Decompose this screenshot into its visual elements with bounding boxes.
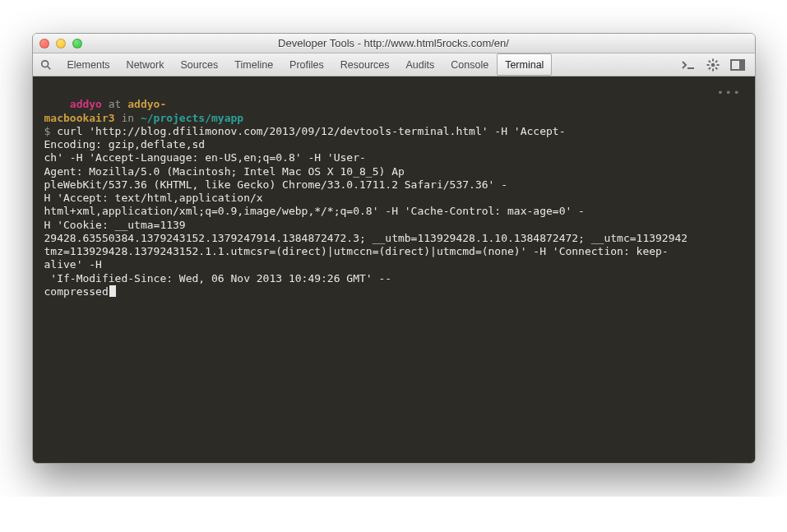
terminal-line: H 'Accept: text/html,application/x (44, 192, 263, 204)
terminal-line: 29428.63550384.1379243152.1379247914.138… (44, 232, 688, 244)
terminal-host: addyo- (127, 98, 166, 110)
search-icon[interactable] (38, 59, 54, 71)
terminal-menu-dots-icon[interactable]: ••• (717, 86, 741, 99)
terminal-user: addyo (70, 98, 102, 110)
tab-label: Timeline (234, 59, 273, 71)
terminal-line: 'If-Modified-Since: Wed, 06 Nov 2013 10:… (44, 272, 392, 285)
show-console-icon[interactable] (681, 58, 696, 72)
tab-elements[interactable]: Elements (59, 53, 118, 76)
terminal-line: Encoding: gzip,deflate,sd (44, 138, 206, 150)
terminal-path: ~/projects/myapp (141, 112, 243, 124)
svg-line-1 (48, 67, 50, 69)
toolbar-right-icons (681, 58, 750, 72)
tab-console[interactable]: Console (442, 53, 497, 76)
terminal-line: tmz=113929428.1379243152.1.1.utmcsr=(dir… (44, 245, 669, 257)
terminal-line: compressed (44, 285, 109, 298)
close-window-button[interactable] (39, 39, 49, 49)
terminal-line: pleWebKit/537.36 (KHTML, like Gecko) Chr… (44, 178, 508, 191)
svg-point-3 (711, 62, 715, 67)
minimize-window-button[interactable] (56, 39, 66, 49)
terminal-line: Agent: Mozilla/5.0 (Macintosh; Intel Mac… (44, 165, 405, 178)
svg-line-11 (715, 60, 717, 62)
tab-label: Sources (180, 59, 218, 71)
devtools-toolbar: Elements Network Sources Timeline Profil… (33, 53, 755, 76)
terminal-host-cont: macbookair3 (44, 112, 115, 124)
svg-line-10 (708, 67, 710, 69)
tab-resources[interactable]: Resources (332, 53, 398, 76)
tab-label: Console (451, 59, 488, 71)
terminal-prompt: $ (44, 125, 58, 137)
tab-label: Resources (340, 59, 390, 71)
tab-terminal[interactable]: Terminal (497, 53, 552, 76)
traffic-lights (39, 39, 82, 49)
tab-label: Profiles (289, 59, 324, 71)
svg-rect-13 (739, 60, 744, 70)
tab-profiles[interactable]: Profiles (281, 53, 332, 76)
terminal-line: H 'Cookie: __utma=1139 (44, 219, 186, 231)
terminal-panel[interactable]: •••addyo at addyo- macbookair3 in ~/proj… (33, 76, 755, 463)
zoom-window-button[interactable] (72, 39, 82, 49)
tab-sources[interactable]: Sources (172, 53, 226, 76)
svg-line-9 (715, 67, 717, 69)
terminal-line: ch' -H 'Accept-Language: en-US,en;q=0.8'… (44, 151, 366, 164)
dock-side-icon[interactable] (730, 58, 745, 72)
terminal-line: alive' -H (44, 258, 102, 271)
tab-label: Terminal (505, 59, 544, 71)
tab-network[interactable]: Network (118, 53, 173, 76)
settings-gear-icon[interactable] (706, 58, 720, 72)
tab-timeline[interactable]: Timeline (226, 53, 281, 76)
tab-audits[interactable]: Audits (398, 53, 443, 76)
terminal-line: curl 'http://blog.dfilimonov.com/2013/09… (57, 125, 565, 137)
window-title: Developer Tools - http://www.html5rocks.… (33, 37, 755, 49)
terminal-line: html+xml,application/xml;q=0.9,image/web… (44, 205, 585, 217)
tab-label: Elements (67, 59, 110, 71)
terminal-cursor (109, 285, 116, 297)
terminal-at: at (102, 98, 127, 110)
devtools-window: Developer Tools - http://www.html5rocks.… (32, 33, 756, 464)
terminal-in: in (115, 112, 141, 124)
svg-point-0 (41, 60, 48, 67)
titlebar: Developer Tools - http://www.html5rocks.… (33, 34, 755, 53)
svg-line-8 (708, 60, 710, 62)
tab-label: Audits (406, 59, 435, 71)
tab-label: Network (127, 59, 164, 71)
